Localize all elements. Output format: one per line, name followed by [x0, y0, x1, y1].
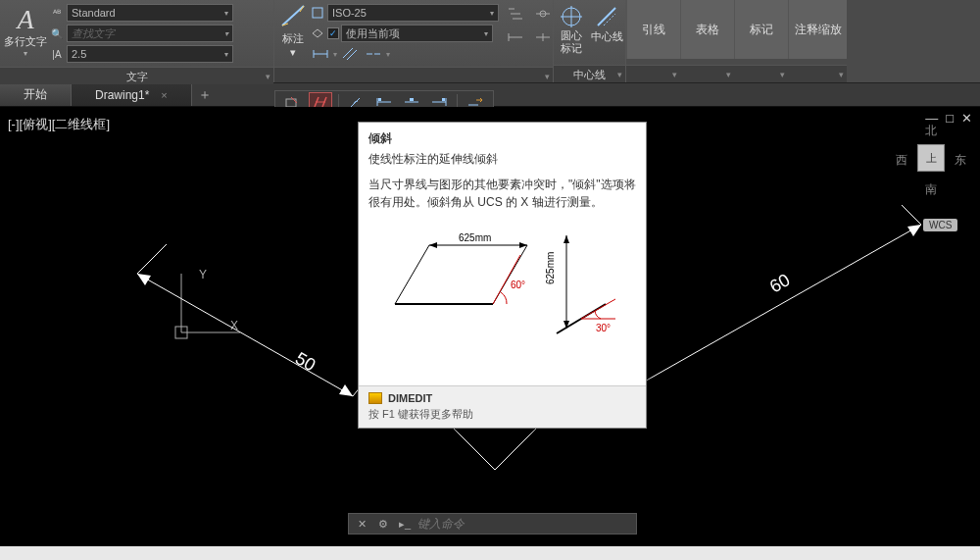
close-button[interactable]: ✕	[961, 111, 974, 126]
dimension-label: 标注	[282, 31, 304, 46]
tab-start[interactable]: 开始	[0, 84, 72, 106]
viewport-label[interactable]: [-][俯视][二维线框]	[6, 116, 112, 133]
dim-tool-5[interactable]	[532, 27, 554, 47]
multiline-text-button[interactable]: A 多行文字 ▾	[4, 2, 47, 61]
panel-title-text[interactable]: 文字	[0, 67, 273, 84]
viewcube-east[interactable]: 东	[955, 152, 966, 169]
svg-marker-72	[564, 235, 569, 243]
svg-marker-48	[137, 274, 151, 285]
chevron-down-icon: ▾	[290, 46, 296, 59]
svg-line-45	[137, 274, 353, 396]
status-footer	[0, 546, 980, 560]
svg-line-8	[347, 50, 357, 60]
panel-expand-leader[interactable]	[626, 65, 680, 82]
svg-rect-33	[378, 98, 381, 101]
centerline-button[interactable]: 中心线	[589, 0, 624, 44]
dimension-left[interactable]: 50	[118, 234, 372, 411]
centerline-icon	[594, 4, 619, 29]
chevron-down-icon: ▾	[24, 49, 27, 58]
viewport-window-controls: ― □ ✕	[925, 111, 974, 126]
tooltip-help-hint: 按 F1 键获得更多帮助	[368, 407, 636, 422]
text-style-icon: ᴬᴮ	[49, 5, 65, 21]
dimension-icon	[278, 2, 308, 31]
panel-title-dim[interactable]	[274, 67, 553, 82]
svg-line-51	[627, 225, 921, 391]
tooltip-command: DIMEDIT	[388, 392, 432, 404]
dim-tool-2[interactable]	[532, 4, 554, 24]
svg-line-75	[581, 299, 615, 319]
svg-text:60°: 60°	[511, 280, 525, 290]
svg-line-61	[395, 245, 429, 304]
svg-rect-35	[410, 98, 414, 101]
svg-line-26	[604, 14, 615, 25]
ribbon-panel-dimension: 标注 ▾ ISO-25 ✓ 使用当前项 ▾ ▾	[274, 0, 554, 82]
centermark-label: 圆心 标记	[554, 29, 589, 55]
centerline-label: 中心线	[591, 29, 623, 44]
tab-add-button[interactable]: ＋	[192, 84, 218, 106]
svg-marker-64	[429, 242, 437, 248]
dim-tool-1[interactable]	[505, 4, 526, 24]
svg-text:60: 60	[766, 270, 793, 296]
panel-expand-markup[interactable]	[734, 65, 788, 82]
svg-line-7	[343, 48, 353, 58]
ribbon: A 多行文字 ▾ ᴬᴮ Standard 🔍 查找文字 |A 2.5 文字	[0, 0, 980, 83]
tooltip-figure: 625mm 60° 625mm 30°	[368, 221, 636, 378]
dim-continue-button[interactable]	[363, 44, 384, 64]
find-icon: 🔍	[49, 25, 65, 41]
dimension-button[interactable]: 标注 ▾	[278, 2, 308, 61]
panel-expand-annoscale[interactable]	[788, 65, 847, 82]
viewcube-south[interactable]: 南	[925, 181, 937, 198]
commandline-input[interactable]	[417, 517, 632, 531]
tooltip-subtitle: 使线性标注的延伸线倾斜	[368, 151, 636, 168]
svg-rect-38	[442, 98, 445, 101]
dimstyle-icon	[310, 5, 325, 21]
dimlayer-combo[interactable]: 使用当前项	[341, 25, 493, 42]
dimlayer-icon	[310, 25, 325, 41]
dim-tool-4[interactable]	[505, 27, 526, 47]
cmdline-prompt-icon: ▸_	[396, 516, 414, 532]
text-height-icon: |A	[49, 46, 65, 62]
viewcube[interactable]: 北 西 东 南 上 WCS	[886, 109, 974, 227]
panel-expand-table[interactable]	[680, 65, 734, 82]
ribbon-panel-center: 圆心 标记 中心线 中心线	[554, 0, 626, 82]
cmdline-options-button[interactable]: ⚙	[374, 516, 392, 532]
dimstyle-combo[interactable]: ISO-25	[327, 4, 499, 22]
ribbon-panel-text: A 多行文字 ▾ ᴬᴮ Standard 🔍 查找文字 |A 2.5 文字	[0, 0, 274, 82]
minimize-button[interactable]: ―	[925, 111, 940, 126]
cmdline-close-button[interactable]: ✕	[353, 516, 370, 532]
tooltip-title: 倾斜	[368, 130, 636, 147]
tooltip-description: 当尺寸界线与图形的其他要素冲突时，"倾斜"选项将很有用处。倾斜角从 UCS 的 …	[368, 176, 636, 211]
table-button[interactable]: 表格	[680, 0, 734, 59]
tab-drawing1[interactable]: Drawing1* ×	[72, 84, 192, 106]
viewcube-west[interactable]: 西	[896, 152, 907, 169]
svg-text:50: 50	[292, 348, 318, 375]
svg-text:625mm: 625mm	[545, 252, 556, 284]
dim-quick-button[interactable]	[339, 44, 361, 64]
annoscale-button[interactable]: 注释缩放	[788, 0, 847, 59]
text-height-combo[interactable]: 2.5	[67, 45, 233, 63]
command-icon	[368, 392, 382, 404]
viewcube-wcs-label[interactable]: WCS	[923, 219, 957, 231]
maximize-button[interactable]: □	[946, 111, 956, 126]
svg-text:625mm: 625mm	[459, 232, 491, 243]
centermark-icon	[559, 4, 584, 29]
commandline-bar: ✕ ⚙ ▸_	[348, 513, 637, 535]
ribbon-right-group: 引线 表格 标记 注释缩放	[626, 0, 980, 82]
leader-button[interactable]: 引线	[626, 0, 680, 59]
use-current-checkbox[interactable]: ✓	[327, 27, 339, 39]
text-icon: A	[17, 5, 33, 34]
svg-rect-3	[313, 8, 322, 18]
svg-marker-49	[339, 384, 353, 396]
multiline-text-label: 多行文字	[4, 34, 47, 49]
text-style-combo[interactable]: Standard	[67, 4, 233, 22]
find-text-input[interactable]: 查找文字	[67, 25, 233, 42]
markup-button[interactable]: 标记	[734, 0, 788, 59]
svg-line-0	[282, 6, 304, 25]
dimension-right[interactable]: 60	[608, 195, 941, 411]
svg-text:30°: 30°	[596, 323, 611, 333]
tab-close-icon[interactable]: ×	[161, 89, 167, 101]
panel-title-center[interactable]: 中心线	[554, 65, 625, 82]
dim-linear-button[interactable]	[310, 44, 331, 64]
viewcube-top-face[interactable]: 上	[917, 144, 945, 172]
centermark-button[interactable]: 圆心 标记	[554, 0, 589, 55]
